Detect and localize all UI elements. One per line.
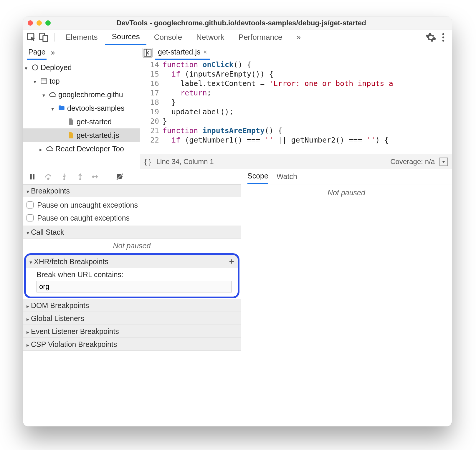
tabs-overflow[interactable]: » (290, 29, 307, 45)
code-area[interactable]: 141516171819202122 function onClick() { … (140, 60, 452, 154)
more-menu-icon[interactable] (438, 32, 449, 43)
tree-label: googlechrome.githu (58, 90, 123, 99)
cloud-icon (49, 91, 57, 98)
coverage-status: Coverage: n/a (390, 158, 435, 166)
tree-file-html[interactable]: get-started (23, 115, 140, 128)
step-out-icon[interactable] (76, 173, 84, 181)
tree-label: get-started.js (77, 131, 119, 140)
sources-top: Page » Deployed top (23, 45, 452, 169)
step-icon[interactable] (92, 173, 100, 181)
section-dom-breakpoints[interactable]: DOM Breakpoints (23, 299, 241, 312)
xhr-breakpoints-highlight: XHR/fetch Breakpoints + Break when URL c… (24, 253, 239, 298)
section-title: CSP Violation Breakpoints (31, 340, 117, 349)
cloud-icon (46, 145, 54, 153)
section-callstack[interactable]: Call Stack (23, 226, 241, 239)
svg-point-19 (92, 176, 94, 177)
pause-icon[interactable] (28, 173, 37, 181)
cursor-position: Line 34, Column 1 (156, 158, 214, 166)
svg-point-3 (442, 33, 444, 35)
svg-point-18 (79, 178, 81, 180)
nav-back-icon[interactable] (143, 48, 153, 58)
svg-point-4 (442, 36, 444, 38)
close-tab-icon[interactable]: × (204, 48, 207, 56)
step-over-icon[interactable] (44, 173, 52, 181)
editor-tabs: get-started.js × (140, 45, 452, 60)
pause-uncaught-row[interactable]: Pause on uncaught exceptions (23, 198, 241, 211)
callstack-not-paused: Not paused (23, 239, 241, 253)
panel-tabs: Elements Sources Console Network Perform… (23, 29, 452, 45)
page-nav-header: Page » (23, 45, 140, 60)
tree-label: top (49, 77, 60, 85)
tab-performance[interactable]: Performance (232, 29, 289, 45)
page-nav-overflow[interactable]: » (51, 48, 55, 57)
window-title: DevTools - googlechrome.github.io/devtoo… (35, 19, 447, 27)
breakpoints-body: Pause on uncaught exceptions Pause on ca… (23, 197, 241, 226)
device-toggle-icon[interactable] (38, 32, 49, 43)
settings-gear-icon[interactable] (425, 32, 437, 43)
tab-scope[interactable]: Scope (247, 169, 268, 184)
section-xhr-breakpoints[interactable]: XHR/fetch Breakpoints + (26, 255, 238, 268)
tab-network[interactable]: Network (190, 29, 231, 45)
svg-rect-14 (30, 174, 32, 179)
section-event-listener-breakpoints[interactable]: Event Listener Breakpoints (23, 325, 241, 338)
section-title: Breakpoints (31, 187, 70, 195)
divider (54, 33, 54, 42)
section-title: DOM Breakpoints (31, 301, 89, 310)
script-icon (67, 131, 75, 139)
inspect-element-icon[interactable] (26, 32, 37, 43)
debugger-toolbar (23, 169, 241, 184)
tree-origin[interactable]: googlechrome.githu (23, 88, 140, 101)
titlebar: DevTools - googlechrome.github.io/devtoo… (23, 16, 452, 29)
section-breakpoints[interactable]: Breakpoints (23, 184, 241, 197)
pause-caught-row[interactable]: Pause on caught exceptions (23, 211, 241, 224)
code-editor: get-started.js × 141516171819202122 func… (140, 45, 452, 169)
section-title: Call Stack (31, 228, 64, 236)
frame-icon (40, 77, 48, 85)
checkbox-icon[interactable] (27, 214, 34, 221)
xhr-url-input[interactable] (37, 281, 232, 292)
editor-file-tab[interactable]: get-started.js × (155, 45, 210, 60)
tab-elements[interactable]: Elements (59, 29, 104, 45)
tab-watch[interactable]: Watch (277, 169, 297, 184)
editor-file-name: get-started.js (158, 48, 201, 56)
checkbox-icon[interactable] (27, 201, 34, 209)
tree-deployed[interactable]: Deployed (23, 61, 140, 74)
pretty-print-icon[interactable]: { } (144, 158, 151, 166)
section-title: Global Listeners (31, 314, 84, 323)
tree-label: React Developer Too (55, 145, 124, 153)
page-tab[interactable]: Page (27, 45, 47, 60)
svg-point-17 (63, 178, 65, 180)
checkbox-label: Pause on uncaught exceptions (37, 201, 138, 209)
code-lines: function onClick() { if (inputsAreEmpty(… (163, 60, 452, 154)
debugger-sidebar: Breakpoints Pause on uncaught exceptions… (23, 169, 241, 426)
tree-extension[interactable]: React Developer Too (23, 142, 140, 155)
checkbox-label: Pause on caught exceptions (37, 214, 130, 222)
svg-marker-13 (442, 161, 445, 163)
file-tree: Deployed top googlechrome.githu devtools… (23, 60, 140, 169)
deactivate-breakpoints-icon[interactable] (116, 173, 124, 181)
add-xhr-breakpoint-icon[interactable]: + (229, 257, 234, 267)
tab-console[interactable]: Console (148, 29, 189, 45)
devtools-window: DevTools - googlechrome.github.io/devtoo… (23, 16, 452, 426)
tree-file-js[interactable]: get-started.js (23, 128, 140, 142)
section-global-listeners[interactable]: Global Listeners (23, 312, 241, 325)
section-title: Event Listener Breakpoints (31, 327, 119, 336)
scope-tabs: Scope Watch (241, 169, 452, 184)
svg-rect-2 (43, 35, 48, 42)
coverage-toggle-icon[interactable] (439, 158, 448, 166)
section-csp-breakpoints[interactable]: CSP Violation Breakpoints (23, 338, 241, 351)
debugger-area: Breakpoints Pause on uncaught exceptions… (23, 169, 452, 426)
step-into-icon[interactable] (60, 173, 68, 181)
scope-pane: Scope Watch Not paused (241, 169, 452, 426)
editor-status-bar: { } Line 34, Column 1 Coverage: n/a (140, 154, 452, 169)
tree-label: devtools-samples (67, 104, 125, 113)
tree-folder[interactable]: devtools-samples (23, 101, 140, 115)
tree-top[interactable]: top (23, 74, 140, 88)
tab-sources[interactable]: Sources (105, 29, 146, 45)
xhr-prompt-label: Break when URL contains: (37, 270, 232, 279)
xhr-body: Break when URL contains: (26, 268, 238, 297)
divider (108, 173, 108, 181)
line-gutter: 141516171819202122 (140, 60, 163, 154)
folder-icon (58, 104, 65, 112)
close-window-button[interactable] (28, 20, 33, 26)
